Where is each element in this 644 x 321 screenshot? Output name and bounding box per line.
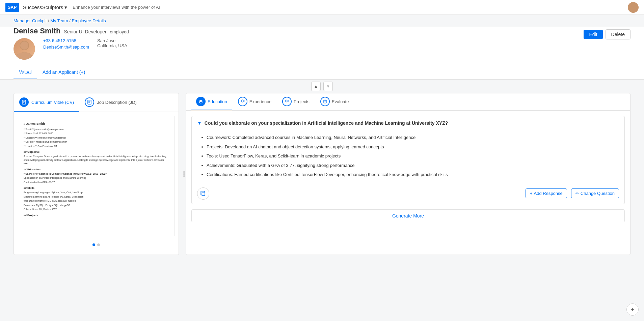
employee-name: Denise Smith [14,27,60,35]
list-item: Projects: Developed an AI chatbot and ob… [207,144,616,150]
breadcrumb: Manager Cockpit / My Team / Employee Det… [0,15,644,27]
delete-button[interactable]: Delete [606,29,630,39]
right-panel-tabs: Education Experience Projects [186,93,630,111]
svg-point-1 [630,8,637,12]
evaluate-tab-icon [320,97,330,106]
svg-point-4 [20,41,28,50]
employee-title: Senior UI Developer [64,29,106,34]
tab-projects[interactable]: Projects [277,93,314,110]
svg-rect-22 [202,192,205,196]
collapse-up-button[interactable]: ▲ [311,82,321,91]
resize-handle[interactable] [182,93,186,255]
cv-preview: # James Smith **Email:** james.smith@exa… [14,112,179,240]
question-chevron-icon: ▼ [197,120,202,126]
employee-info: Denise Smith Senior UI Developer employe… [14,27,129,60]
collapse-controls: ▲ ✳ [0,80,644,93]
tab-evaluate[interactable]: Evaluate [316,93,354,110]
experience-tab-icon [238,97,247,106]
breadcrumb-my-team[interactable]: My Team [50,18,68,23]
answer-actions: + Add Response ✏ Change Question [192,185,624,204]
tab-cv[interactable]: Curriculum Vitae (CV) [14,93,79,112]
app-title: SuccessSculptors ▾ [23,4,67,10]
answer-body: Coursework: Completed advanced courses i… [192,130,624,185]
user-avatar[interactable] [628,2,639,13]
education-tab-icon [196,97,206,106]
left-panel: Curriculum Vitae (CV) Job Description (J… [14,93,179,255]
contact-info: +33 6 4512 5158 DeniseSmith@sap.com [43,38,89,50]
svg-point-18 [184,174,185,175]
list-item: Achievements: Graduated with a GPA of 3.… [207,162,616,169]
sap-logo: SAP [5,3,19,12]
left-panel-tabs: Curriculum Vitae (CV) Job Description (J… [14,93,179,112]
pencil-icon: ✏ [575,191,579,196]
avatar [14,38,35,60]
breadcrumb-current: Employee Details [72,18,106,23]
svg-rect-10 [88,100,91,104]
cv-tab-icon [19,97,29,107]
cv-page-dots [14,240,179,250]
tab-experience[interactable]: Experience [233,93,276,110]
top-nav: SAP SuccessSculptors ▾ Enhance your inte… [0,0,644,15]
cv-document: # James Smith **Email:** james.smith@exa… [18,116,175,236]
add-response-button[interactable]: + Add Response [526,188,567,198]
answer-list: Coursework: Completed advanced courses i… [200,134,616,178]
list-item: Coursework: Completed advanced courses i… [207,134,616,141]
main-tabs: Vatsal Add an Applicant (+) [0,65,644,80]
location-info: San Jose California, USA [97,38,127,48]
breadcrumb-manager-cockpit[interactable]: Manager Cockpit [14,18,47,23]
change-question-button[interactable]: ✏ Change Question [571,188,619,198]
app-title-chevron-icon[interactable]: ▾ [64,4,67,10]
svg-point-19 [184,176,185,177]
question-text: Could you elaborate on your specializati… [205,120,619,126]
main-content: Curriculum Vitae (CV) Job Description (J… [0,93,644,262]
pin-button[interactable]: ✳ [323,82,333,91]
svg-point-17 [184,172,185,173]
question-header[interactable]: ▼ Could you elaborate on your specializa… [192,116,624,130]
tab-jd[interactable]: Job Description (JD) [79,93,142,112]
svg-point-14 [183,172,184,173]
email-link[interactable]: DeniseSmith@sap.com [43,45,89,50]
svg-point-15 [183,174,184,175]
header-actions: Edit Delete [584,27,630,39]
svg-point-0 [631,4,635,8]
app-subtitle: Enhance your interviews with the power o… [73,5,160,10]
generate-more-button[interactable]: Generate More [191,209,625,222]
employee-header: Denise Smith Senior UI Developer employe… [0,27,644,65]
add-icon: + [530,191,533,196]
tab-education[interactable]: Education [191,93,232,110]
projects-tab-icon [282,97,292,106]
edit-button[interactable]: Edit [584,30,602,39]
right-panel: Education Experience Projects [186,93,630,255]
jd-tab-icon [85,97,94,107]
app-title-text: SuccessSculptors [23,4,63,10]
list-item: Certifications: Earned certifications li… [207,171,616,178]
page-dot-2[interactable] [97,243,100,246]
list-item: Tools: Used TensorFlow, Keras, and Sciki… [207,153,616,159]
svg-point-21 [324,100,326,101]
tab-add-applicant[interactable]: Add an Applicant (+) [37,65,90,79]
question-card: ▼ Could you elaborate on your specializa… [191,116,625,204]
page-dot-1[interactable] [92,243,95,246]
phone-link[interactable]: +33 6 4512 5158 [43,38,89,43]
employee-status: employed [110,29,129,34]
copy-answer-button[interactable] [197,187,209,200]
answer-right-actions: + Add Response ✏ Change Question [526,188,619,198]
svg-rect-6 [22,100,26,104]
tab-vatsal[interactable]: Vatsal [14,65,37,79]
svg-point-16 [183,176,184,177]
